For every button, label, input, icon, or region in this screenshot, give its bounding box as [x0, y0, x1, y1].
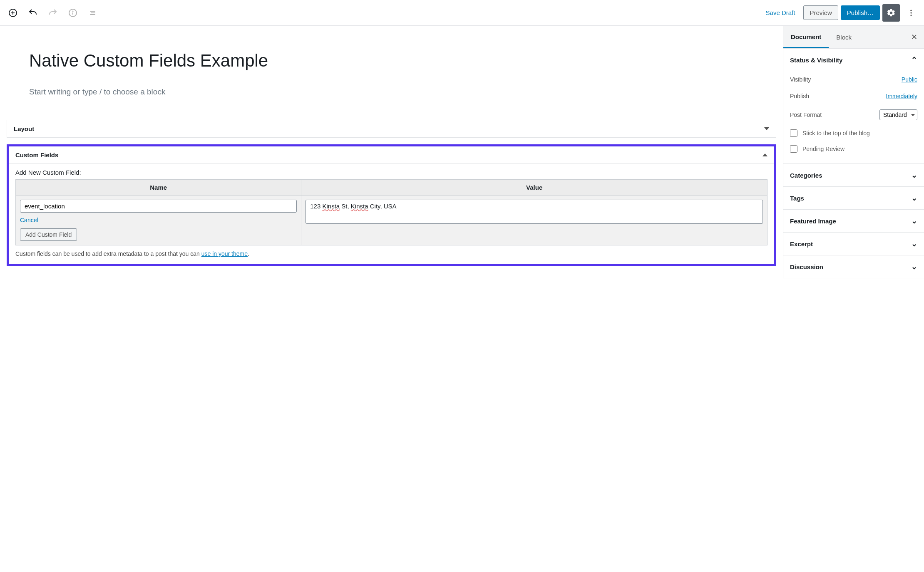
stick-checkbox-input[interactable]	[790, 129, 797, 137]
cf-value-input[interactable]: 123 Kinsta St, Kinsta City, USA	[306, 200, 763, 224]
cf-name-header: Name	[16, 180, 301, 196]
sidebar-tabs: Document Block ✕	[783, 26, 924, 49]
caret-down-icon	[764, 127, 769, 130]
panel-tags-toggle[interactable]: Tags ⌄	[783, 187, 924, 209]
panel-categories-title: Categories	[790, 172, 822, 179]
publish-button[interactable]: Publish…	[841, 5, 880, 20]
publish-value-button[interactable]: Immediately	[886, 93, 917, 99]
custom-fields-table: Name Value Cancel Add Custom Field	[15, 179, 768, 245]
visibility-value-button[interactable]: Public	[902, 76, 917, 83]
panel-featured-image-title: Featured Image	[790, 218, 836, 225]
tab-document[interactable]: Document	[783, 27, 829, 48]
panel-excerpt-title: Excerpt	[790, 240, 813, 248]
info-icon	[68, 8, 78, 18]
post-format-label: Post Format	[790, 111, 822, 118]
caret-up-icon	[763, 154, 768, 156]
cf-value-header: Value	[301, 180, 768, 196]
panel-status-toggle[interactable]: Status & Visibility ⌃	[783, 49, 924, 71]
chevron-down-icon: ⌄	[911, 239, 917, 248]
undo-button[interactable]	[24, 4, 42, 22]
plus-circle-icon	[8, 8, 18, 18]
block-placeholder[interactable]: Start writing or type / to choose a bloc…	[29, 87, 758, 97]
undo-icon	[28, 8, 38, 18]
tab-block[interactable]: Block	[829, 27, 859, 47]
chevron-down-icon: ⌄	[911, 262, 917, 271]
panel-featured-image-toggle[interactable]: Featured Image ⌄	[783, 210, 924, 232]
svg-point-10	[910, 12, 912, 13]
add-custom-field-button[interactable]: Add Custom Field	[20, 228, 77, 241]
top-toolbar: Save Draft Preview Publish…	[0, 0, 924, 26]
pending-checkbox-input[interactable]	[790, 145, 797, 153]
layout-metabox-toggle[interactable]: Layout	[7, 120, 776, 137]
custom-fields-title: Custom Fields	[15, 151, 58, 158]
post-title-input[interactable]: Native Custom Fields Example	[29, 51, 758, 71]
add-block-button[interactable]	[4, 4, 22, 22]
block-nav-button[interactable]	[84, 4, 102, 22]
svg-point-5	[73, 11, 73, 11]
panel-excerpt-toggle[interactable]: Excerpt ⌄	[783, 233, 924, 255]
panel-categories-toggle[interactable]: Categories ⌄	[783, 164, 924, 186]
svg-point-11	[910, 15, 912, 16]
panel-discussion-title: Discussion	[790, 263, 823, 270]
stick-checkbox-label: Stick to the top of the blog	[802, 130, 870, 136]
pending-checkbox-label: Pending Review	[802, 146, 845, 152]
cf-row: Cancel Add Custom Field 123 Kinsta St, K…	[16, 196, 768, 245]
cf-cancel-button[interactable]: Cancel	[20, 217, 38, 223]
panel-status-title: Status & Visibility	[790, 57, 842, 64]
cf-name-input[interactable]	[20, 200, 297, 213]
preview-button[interactable]: Preview	[803, 5, 838, 20]
panel-discussion-toggle[interactable]: Discussion ⌄	[783, 255, 924, 278]
panel-tags-title: Tags	[790, 195, 804, 202]
panel-status-visibility: Status & Visibility ⌃ Visibility Public …	[783, 49, 924, 164]
stick-to-top-checkbox[interactable]: Stick to the top of the blog	[790, 125, 917, 141]
layout-metabox-title: Layout	[14, 125, 34, 132]
publish-label: Publish	[790, 93, 809, 99]
redo-icon	[48, 8, 58, 18]
close-icon: ✕	[911, 33, 917, 41]
toolbar-right: Save Draft Preview Publish…	[760, 4, 920, 22]
more-vertical-icon	[907, 9, 915, 17]
settings-toggle-button[interactable]	[882, 4, 900, 22]
list-icon	[88, 8, 98, 18]
visibility-label: Visibility	[790, 76, 811, 83]
redo-button[interactable]	[44, 4, 62, 22]
chevron-down-icon: ⌄	[911, 171, 917, 180]
sidebar-close-button[interactable]: ✕	[904, 26, 924, 48]
custom-fields-metabox: Custom Fields Add New Custom Field: Name…	[7, 144, 776, 266]
chevron-down-icon: ⌄	[911, 193, 917, 203]
chevron-up-icon: ⌃	[911, 55, 917, 64]
save-draft-button[interactable]: Save Draft	[760, 5, 801, 20]
settings-sidebar: Document Block ✕ Status & Visibility ⌃ V…	[783, 26, 924, 278]
post-format-select[interactable]: Standard	[879, 109, 917, 120]
svg-point-9	[910, 10, 912, 11]
cf-help-text: Custom fields can be used to add extra m…	[15, 250, 768, 257]
more-menu-button[interactable]	[902, 4, 920, 22]
add-new-custom-field-label: Add New Custom Field:	[15, 169, 768, 176]
info-button[interactable]	[64, 4, 82, 22]
cf-help-link[interactable]: use in your theme	[201, 250, 248, 257]
layout-metabox: Layout	[7, 120, 776, 138]
toolbar-left	[4, 4, 102, 22]
chevron-down-icon: ⌄	[911, 216, 917, 225]
gear-icon	[887, 8, 896, 17]
pending-review-checkbox[interactable]: Pending Review	[790, 141, 917, 157]
custom-fields-metabox-toggle[interactable]: Custom Fields	[9, 146, 774, 163]
editor-area: Native Custom Fields Example Start writi…	[0, 26, 783, 278]
